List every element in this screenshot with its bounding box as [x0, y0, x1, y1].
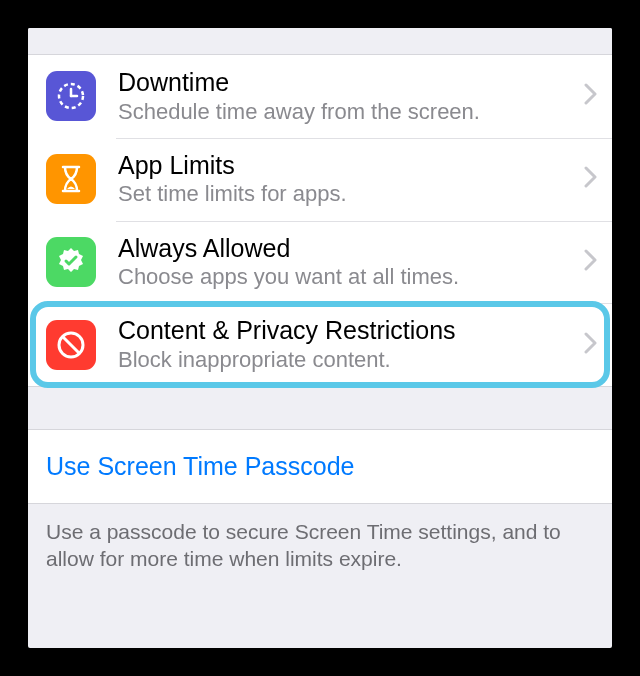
hourglass-icon: [46, 154, 96, 204]
footer-description: Use a passcode to secure Screen Time set…: [28, 504, 612, 587]
row-subtitle: Set time limits for apps.: [118, 181, 578, 206]
row-use-passcode[interactable]: Use Screen Time Passcode: [28, 429, 612, 504]
chevron-right-icon: [584, 83, 598, 109]
row-subtitle: Choose apps you want at all times.: [118, 264, 578, 289]
row-subtitle: Schedule time away from the screen.: [118, 99, 578, 124]
row-text: Content & Privacy Restrictions Block ina…: [118, 317, 578, 372]
row-downtime[interactable]: Downtime Schedule time away from the scr…: [28, 55, 612, 138]
checkmark-seal-icon: [46, 237, 96, 287]
row-title: App Limits: [118, 152, 578, 180]
svg-line-4: [63, 337, 79, 353]
row-text: Always Allowed Choose apps you want at a…: [118, 235, 578, 290]
row-always-allowed[interactable]: Always Allowed Choose apps you want at a…: [28, 221, 612, 304]
row-title: Always Allowed: [118, 235, 578, 263]
row-content-privacy[interactable]: Content & Privacy Restrictions Block ina…: [28, 303, 612, 386]
link-label: Use Screen Time Passcode: [46, 452, 594, 481]
chevron-right-icon: [584, 332, 598, 358]
settings-screen: Downtime Schedule time away from the scr…: [28, 28, 612, 648]
row-text: App Limits Set time limits for apps.: [118, 152, 578, 207]
row-title: Downtime: [118, 69, 578, 97]
chevron-right-icon: [584, 166, 598, 192]
chevron-right-icon: [584, 249, 598, 275]
section-header-gap: [28, 28, 612, 54]
row-text: Downtime Schedule time away from the scr…: [118, 69, 578, 124]
row-subtitle: Block inappropriate content.: [118, 347, 578, 372]
row-app-limits[interactable]: App Limits Set time limits for apps.: [28, 138, 612, 221]
screentime-options-section: Downtime Schedule time away from the scr…: [28, 54, 612, 387]
downtime-icon: [46, 71, 96, 121]
row-title: Content & Privacy Restrictions: [118, 317, 578, 345]
section-gap: [28, 387, 612, 429]
no-entry-icon: [46, 320, 96, 370]
